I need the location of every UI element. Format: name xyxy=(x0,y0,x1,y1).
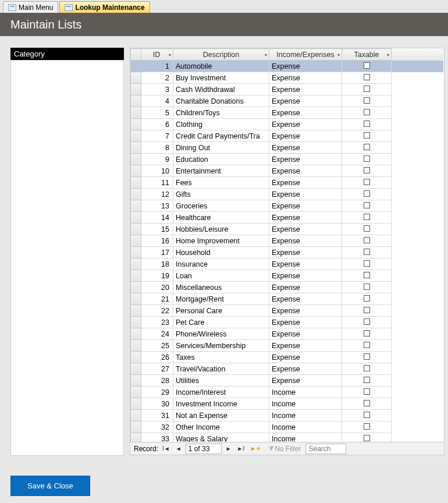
taxable-checkbox[interactable] xyxy=(364,97,370,104)
cell-id[interactable]: 21 xyxy=(141,293,173,305)
cell-id[interactable]: 22 xyxy=(141,305,173,317)
taxable-checkbox[interactable] xyxy=(364,74,370,80)
taxable-checkbox[interactable] xyxy=(364,412,370,418)
cell-income-expenses[interactable]: Income xyxy=(269,421,342,433)
cell-id[interactable]: 11 xyxy=(141,177,173,189)
cell-income-expenses[interactable]: Expense xyxy=(269,235,342,247)
cell-description[interactable]: Investment Income xyxy=(173,398,269,410)
table-row[interactable]: 13GroceriesExpense xyxy=(131,200,444,212)
cell-taxable[interactable] xyxy=(342,317,392,328)
row-selector[interactable] xyxy=(131,61,141,72)
row-selector[interactable] xyxy=(131,72,141,84)
taxable-checkbox[interactable] xyxy=(364,388,370,395)
row-selector[interactable] xyxy=(131,305,141,317)
save-and-close-button[interactable]: Save & Close xyxy=(10,476,90,496)
cell-description[interactable]: Insurance xyxy=(173,258,269,270)
cell-taxable[interactable] xyxy=(342,142,392,154)
cell-description[interactable]: Automobile xyxy=(173,61,269,72)
taxable-checkbox[interactable] xyxy=(364,377,370,383)
cell-description[interactable]: Fees xyxy=(173,177,269,189)
cell-description[interactable]: Mortgage/Rent xyxy=(173,293,269,305)
cell-description[interactable]: Children/Toys xyxy=(173,107,269,119)
cell-id[interactable]: 27 xyxy=(141,363,173,375)
row-selector[interactable] xyxy=(131,352,141,363)
row-selector[interactable] xyxy=(131,177,141,189)
cell-id[interactable]: 5 xyxy=(141,107,173,119)
cell-id[interactable]: 7 xyxy=(141,130,173,142)
cell-id[interactable]: 32 xyxy=(141,421,173,433)
taxable-checkbox[interactable] xyxy=(364,144,370,150)
column-header-description[interactable]: Description ▾ xyxy=(173,49,269,61)
cell-taxable[interactable] xyxy=(342,352,392,363)
table-row[interactable]: 21Mortgage/RentExpense xyxy=(131,293,444,305)
prev-record-button[interactable]: ◄ xyxy=(174,445,183,452)
row-selector[interactable] xyxy=(131,433,141,442)
cell-description[interactable]: Income/Interest xyxy=(173,387,269,398)
cell-taxable[interactable] xyxy=(342,247,392,258)
row-selector[interactable] xyxy=(131,270,141,282)
table-row[interactable]: 22Personal CareExpense xyxy=(131,305,444,317)
column-header-income-expenses[interactable]: Income/Expenses ▾ xyxy=(269,49,342,61)
row-selector[interactable] xyxy=(131,328,141,340)
cell-taxable[interactable] xyxy=(342,72,392,84)
cell-description[interactable]: Pet Care xyxy=(173,317,269,328)
table-row[interactable]: 8Dining OutExpense xyxy=(131,142,444,154)
table-row[interactable]: 24Phone/WirelessExpense xyxy=(131,328,444,340)
table-row[interactable]: 9EducationExpense xyxy=(131,154,444,165)
cell-income-expenses[interactable]: Expense xyxy=(269,340,342,352)
cell-description[interactable]: Wages & Salary xyxy=(173,433,269,442)
cell-income-expenses[interactable]: Income xyxy=(269,410,342,421)
cell-id[interactable]: 29 xyxy=(141,387,173,398)
taxable-checkbox[interactable] xyxy=(364,423,370,430)
table-row[interactable]: 3Cash WidthdrawalExpense xyxy=(131,84,444,95)
table-row[interactable]: 7Credit Card Payments/TraExpense xyxy=(131,130,444,142)
cell-income-expenses[interactable]: Income xyxy=(269,433,342,442)
taxable-checkbox[interactable] xyxy=(364,307,370,313)
search-input[interactable] xyxy=(305,444,346,454)
cell-taxable[interactable] xyxy=(342,363,392,375)
cell-id[interactable]: 13 xyxy=(141,200,173,212)
first-record-button[interactable]: I◄ xyxy=(161,445,172,452)
cell-id[interactable]: 23 xyxy=(141,317,173,328)
cell-description[interactable]: Personal Care xyxy=(173,305,269,317)
cell-income-expenses[interactable]: Expense xyxy=(269,130,342,142)
row-selector[interactable] xyxy=(131,200,141,212)
row-selector[interactable] xyxy=(131,235,141,247)
cell-id[interactable]: 33 xyxy=(141,433,173,442)
row-selector[interactable] xyxy=(131,107,141,119)
cell-id[interactable]: 10 xyxy=(141,165,173,177)
cell-id[interactable]: 17 xyxy=(141,247,173,258)
select-all-header[interactable] xyxy=(131,49,141,61)
cell-description[interactable]: Utilities xyxy=(173,375,269,387)
cell-taxable[interactable] xyxy=(342,165,392,177)
table-row[interactable]: 32Other IncomeIncome xyxy=(131,421,444,433)
row-selector[interactable] xyxy=(131,258,141,270)
cell-taxable[interactable] xyxy=(342,224,392,235)
row-selector[interactable] xyxy=(131,130,141,142)
cell-description[interactable]: Charitable Donations xyxy=(173,95,269,107)
cell-taxable[interactable] xyxy=(342,61,392,72)
cell-description[interactable]: Entertainment xyxy=(173,165,269,177)
cell-id[interactable]: 12 xyxy=(141,189,173,200)
cell-taxable[interactable] xyxy=(342,200,392,212)
column-header-id[interactable]: ID ▾ xyxy=(141,49,173,61)
row-selector[interactable] xyxy=(131,189,141,200)
cell-taxable[interactable] xyxy=(342,95,392,107)
cell-id[interactable]: 3 xyxy=(141,84,173,95)
cell-income-expenses[interactable]: Income xyxy=(269,387,342,398)
cell-id[interactable]: 30 xyxy=(141,398,173,410)
row-selector[interactable] xyxy=(131,363,141,375)
cell-taxable[interactable] xyxy=(342,107,392,119)
cell-description[interactable]: Taxes xyxy=(173,352,269,363)
taxable-checkbox[interactable] xyxy=(364,109,370,115)
taxable-checkbox[interactable] xyxy=(364,202,370,208)
cell-income-expenses[interactable]: Expense xyxy=(269,352,342,363)
taxable-checkbox[interactable] xyxy=(364,121,370,127)
cell-description[interactable]: Gifts xyxy=(173,189,269,200)
cell-income-expenses[interactable]: Expense xyxy=(269,84,342,95)
cell-income-expenses[interactable]: Expense xyxy=(269,177,342,189)
cell-income-expenses[interactable]: Expense xyxy=(269,363,342,375)
row-selector[interactable] xyxy=(131,165,141,177)
cell-taxable[interactable] xyxy=(342,84,392,95)
cell-description[interactable]: Dining Out xyxy=(173,142,269,154)
